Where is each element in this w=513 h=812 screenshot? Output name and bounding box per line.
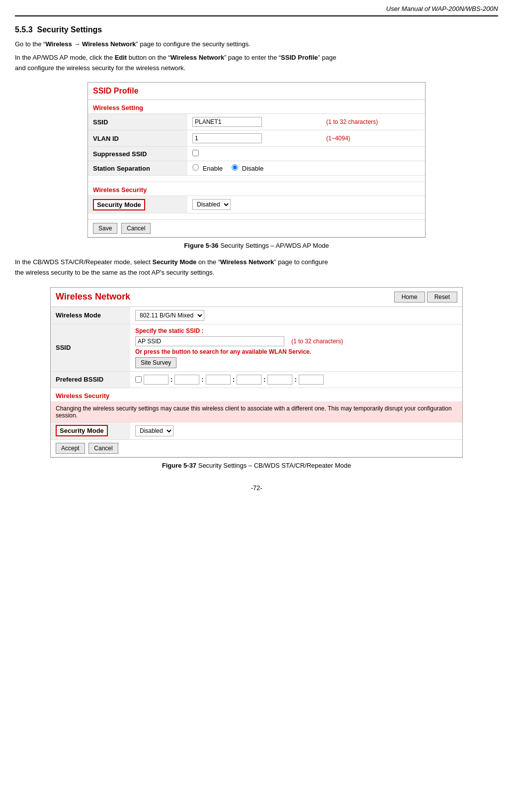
preferred-bssid-label: Prefered BSSID [51, 371, 130, 388]
wn-security-mode-row: Security Mode Disabled [51, 422, 462, 439]
suppressed-checkbox[interactable] [192, 150, 199, 156]
ssid-profile-table: Wireless Setting SSID (1 to 32 character… [88, 100, 425, 237]
suppressed-value-cell [187, 147, 425, 161]
bssid-5[interactable] [267, 375, 292, 385]
suppressed-label: Suppressed SSID [88, 147, 187, 161]
wn-security-mode-label-cell: Security Mode [51, 422, 130, 439]
accept-cancel-row: Accept Cancel [51, 439, 462, 457]
wireless-setting-header-row: Wireless Setting [88, 100, 425, 114]
wireless-mode-label: Wireless Mode [51, 307, 130, 324]
vlan-value-cell [187, 130, 321, 147]
security-mode-select[interactable]: Disabled [192, 199, 231, 210]
ssid-or-text: Or press the button to search for any av… [135, 348, 457, 355]
suppressed-ssid-row: Suppressed SSID [88, 147, 425, 161]
security-mode-label-cell: Security Mode [88, 196, 187, 213]
page-footer: -72- [15, 484, 498, 492]
save-button[interactable]: Save [93, 223, 117, 234]
ssid-profile-box: SSID Profile Wireless Setting SSID (1 to… [87, 82, 426, 238]
intro-para2: In the AP/WDS AP mode, click the Edit bu… [15, 53, 498, 74]
wn-wireless-security-label: Wireless Security [51, 388, 462, 402]
reset-button[interactable]: Reset [427, 292, 457, 303]
page-header: User Manual of WAP-200N/WBS-200N [15, 5, 498, 16]
wireless-security-header-row: Wireless Security [88, 182, 425, 196]
wireless-network-box: Wireless Network Home Reset Wireless Mod… [50, 287, 463, 458]
station-value-cell: Enable Disable [187, 161, 425, 176]
security-mode-row: Security Mode Disabled [88, 196, 425, 213]
ssid-row: SSID (1 to 32 characters) [88, 114, 425, 130]
disable-label: Disable [242, 165, 263, 172]
ssid-label: SSID [88, 114, 187, 130]
station-separation-label: Station Separation [88, 161, 187, 176]
save-cancel-row: Save Cancel [88, 220, 425, 237]
station-enable-radio[interactable] [192, 164, 199, 171]
wn-wireless-security-header-row: Wireless Security [51, 388, 462, 402]
wn-cancel-button[interactable]: Cancel [88, 443, 118, 454]
wn-title: Wireless Network [56, 292, 130, 302]
bssid-2[interactable] [174, 375, 199, 385]
vlan-input[interactable] [192, 133, 262, 143]
wireless-mode-value-cell: 802.11 B/G/N Mixed [130, 307, 462, 324]
security-mode-label: Security Mode [93, 199, 145, 210]
wn-header-buttons: Home Reset [394, 292, 457, 303]
site-survey-row: Site Survey [135, 357, 457, 368]
vlan-row: VLAN ID (1~4094) [88, 130, 425, 147]
enable-label: Enable [203, 165, 223, 172]
wn-ssid-value-cell: Specify the static SSID : (1 to 32 chara… [130, 324, 462, 371]
security-mode-value-cell: Disabled [187, 196, 425, 213]
ssid-value-cell [187, 114, 321, 130]
ssid-specify-label: Specify the static SSID : [135, 327, 457, 334]
wn-ssid-label: SSID [51, 324, 130, 371]
bssid-3[interactable] [206, 375, 231, 385]
section-title: 5.5.3 Security Settings [15, 25, 498, 34]
spacer-row2 [88, 213, 425, 220]
cb-para: In the CB/WDS STA/CR/Repeater mode, sele… [15, 257, 498, 278]
warning-row: Changing the wireless security settings … [51, 402, 462, 422]
station-separation-row: Station Separation Enable Disable [88, 161, 425, 176]
wn-ssid-hint: (1 to 32 characters) [291, 338, 343, 345]
header-title: User Manual of WAP-200N/WBS-200N [386, 5, 498, 12]
vlan-label: VLAN ID [88, 130, 187, 147]
ssid-inner: Specify the static SSID : (1 to 32 chara… [135, 327, 457, 368]
bssid-6[interactable] [299, 375, 324, 385]
ssid-input-row: (1 to 32 characters) [135, 336, 457, 346]
spacer-row [88, 176, 425, 182]
figure-37-container: Wireless Network Home Reset Wireless Mod… [15, 287, 498, 469]
wn-security-mode-value-cell: Disabled [130, 422, 462, 439]
page-number: -72- [251, 484, 262, 492]
bssid-1[interactable] [144, 375, 169, 385]
site-survey-button[interactable]: Site Survey [135, 357, 176, 368]
preferred-bssid-value-cell: : : : : : [130, 371, 462, 388]
cancel-button[interactable]: Cancel [121, 223, 151, 234]
accept-button[interactable]: Accept [56, 443, 85, 454]
wn-table: Wireless Mode 802.11 B/G/N Mixed SSID Sp… [51, 307, 462, 457]
bssid-4[interactable] [237, 375, 261, 385]
wireless-mode-row: Wireless Mode 802.11 B/G/N Mixed [51, 307, 462, 324]
accept-cancel-cell: Accept Cancel [51, 439, 462, 457]
wireless-security-label: Wireless Security [88, 182, 425, 196]
vlan-hint: (1~4094) [321, 130, 425, 147]
bssid-checkbox[interactable] [135, 376, 142, 383]
wn-ssid-row: SSID Specify the static SSID : (1 to 32 … [51, 324, 462, 371]
wn-security-mode-select[interactable]: Disabled [135, 425, 173, 436]
bssid-row: : : : : : [135, 375, 457, 385]
station-disable-radio[interactable] [232, 164, 238, 171]
ssid-hint: (1 to 32 characters) [321, 114, 425, 130]
wn-security-mode-label: Security Mode [56, 425, 108, 436]
preferred-bssid-row: Prefered BSSID : : : : : [51, 371, 462, 388]
wn-ssid-input[interactable] [135, 336, 284, 346]
wireless-mode-select[interactable]: 802.11 B/G/N Mixed [135, 310, 204, 321]
ssid-profile-title: SSID Profile [88, 83, 425, 100]
home-button[interactable]: Home [394, 292, 425, 303]
wireless-setting-label: Wireless Setting [88, 100, 425, 114]
figure-36-container: SSID Profile Wireless Setting SSID (1 to… [15, 82, 498, 249]
figure-36-caption: Figure 5-36 Security Settings – AP/WDS A… [184, 242, 329, 249]
wn-header: Wireless Network Home Reset [51, 288, 462, 307]
save-cancel-cell: Save Cancel [88, 220, 425, 237]
figure-37-caption: Figure 5-37 Security Settings – CB/WDS S… [162, 462, 351, 469]
warning-cell: Changing the wireless security settings … [51, 402, 462, 422]
intro-para1: Go to the “Wireless → Wireless Network” … [15, 39, 498, 50]
ssid-input[interactable] [192, 117, 262, 127]
